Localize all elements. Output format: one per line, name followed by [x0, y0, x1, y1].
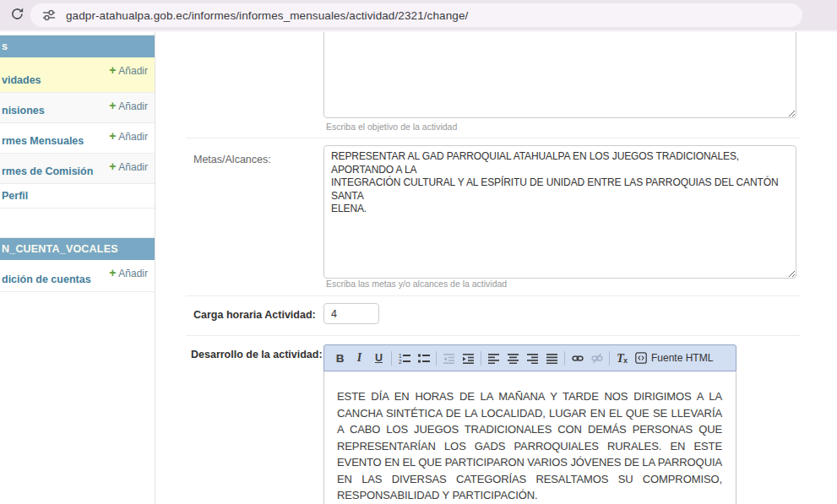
sidebar-module-informes-mensuales: s vidades +Añadir nisiones +Añadir rmes … [0, 35, 155, 209]
add-actividad-link[interactable]: +Añadir [109, 63, 148, 77]
page: gadpr-atahualpa.gob.ec/informes/informes… [0, 0, 837, 504]
align-right-icon [527, 353, 538, 364]
unlink-icon [591, 353, 603, 364]
bulleted-list-icon [418, 353, 430, 364]
metas-label: Metas/Alcances: [193, 154, 271, 165]
carga-horaria-input[interactable] [323, 303, 379, 324]
plus-icon: + [109, 160, 116, 173]
plus-icon: + [109, 266, 116, 279]
link-button[interactable] [568, 348, 587, 368]
sidebar-item-comisiones[interactable]: nisiones [2, 105, 45, 117]
justify-button[interactable] [542, 348, 562, 368]
align-left-button[interactable] [484, 348, 503, 368]
align-center-button[interactable] [503, 348, 523, 368]
toolbar-bottom-edge [0, 30, 837, 32]
address-bar[interactable]: gadpr-atahualpa.gob.ec/informes/informes… [30, 3, 802, 27]
sidebar-module-header: s [0, 35, 155, 57]
toolbar-separator [391, 351, 392, 366]
source-html-icon [635, 352, 647, 364]
align-left-icon [488, 353, 499, 364]
numbered-list-icon: 12 [399, 353, 410, 364]
add-comision-link[interactable]: +Añadir [109, 99, 148, 112]
editor-content-area[interactable]: ESTE DÍA EN HORAS DE LA MAÑANA Y TARDE N… [323, 371, 736, 504]
add-informe-comision-link[interactable]: +Añadir [109, 160, 148, 173]
source-html-button[interactable]: Fuente HTML [632, 348, 716, 368]
objetivo-textarea[interactable] [323, 32, 796, 118]
sidebar-row-informes-comision: rmes de Comisión +Añadir [0, 154, 155, 184]
desarrollo-paragraph: ESTE DÍA EN HORAS DE LA MAÑANA Y TARDE N… [337, 388, 722, 504]
bulleted-list-button[interactable] [414, 348, 433, 368]
objetivo-help-text: Escriba el objetivo de la actividad [326, 122, 457, 132]
metas-textarea[interactable]: REPRESENTAR AL GAD PARROQUIAL ATAHUALPA … [323, 145, 796, 279]
toolbar-separator [609, 351, 610, 366]
change-form: Escriba el objetivo de la actividad Meta… [155, 32, 837, 504]
sidebar-module-header-label: N_CUENTA_VOCALES [2, 243, 118, 255]
rich-text-editor: B I U 12 [323, 344, 736, 504]
desarrollo-label: Desarrollo de la actividad: [191, 349, 323, 360]
sidebar-module-header: N_CUENTA_VOCALES [0, 238, 155, 260]
form-row-divider [186, 335, 801, 336]
increase-indent-button[interactable] [459, 348, 478, 368]
source-html-label: Fuente HTML [651, 352, 713, 364]
sidebar-row-actividades: vidades +Añadir [0, 57, 155, 93]
sidebar-row-comisiones: nisiones +Añadir [0, 93, 155, 123]
sidebar-row-perfil: Perfil [0, 184, 155, 209]
justify-icon [546, 353, 557, 364]
remove-format-button[interactable]: Tx [612, 348, 632, 368]
toolbar-separator [481, 351, 481, 366]
plus-icon: + [109, 63, 116, 77]
decrease-indent-icon [443, 353, 454, 364]
browser-toolbar: gadpr-atahualpa.gob.ec/informes/informes… [0, 0, 837, 30]
url-text[interactable]: gadpr-atahualpa.gob.ec/informes/informes… [66, 9, 468, 22]
reload-icon [10, 7, 24, 24]
align-right-button[interactable] [523, 348, 542, 368]
add-informe-mensual-link[interactable]: +Añadir [109, 129, 148, 143]
toolbar-separator [564, 351, 565, 366]
sidebar-module-header-label: s [2, 41, 8, 52]
reload-button[interactable] [7, 5, 27, 25]
underline-button[interactable]: U [369, 348, 389, 368]
svg-text:2: 2 [399, 359, 402, 364]
sidebar-item-actividades[interactable]: vidades [2, 74, 41, 86]
sidebar-row-rendicion-cuentas: dición de cuentas +Añadir [0, 260, 155, 292]
numbered-list-button[interactable]: 12 [394, 348, 414, 368]
bold-button[interactable]: B [330, 348, 350, 368]
align-center-icon [508, 353, 519, 364]
form-row-divider [186, 295, 801, 296]
sidebar-row-informes-mensuales: rmes Mensuales +Añadir [0, 123, 155, 154]
link-icon [572, 353, 584, 364]
italic-button[interactable]: I [350, 348, 369, 368]
sidebar-module-rendicion-cuenta-vocales: N_CUENTA_VOCALES dición de cuentas +Añad… [0, 237, 155, 292]
editor-toolbar: B I U 12 [323, 344, 736, 371]
toolbar-separator [436, 351, 437, 366]
form-row-divider [186, 138, 801, 138]
sidebar-item-perfil[interactable]: Perfil [2, 190, 28, 202]
sidebar-item-informes-mensuales[interactable]: rmes Mensuales [2, 135, 84, 147]
unlink-button[interactable] [587, 348, 606, 368]
metas-help-text: Escriba las metas y/o alcances de la act… [326, 279, 507, 289]
svg-text:1: 1 [399, 353, 402, 359]
sidebar-item-informes-comision[interactable]: rmes de Comisión [2, 165, 93, 177]
site-settings-icon[interactable] [42, 8, 56, 22]
increase-indent-icon [463, 353, 474, 364]
sidebar-item-rendicion-cuentas[interactable]: dición de cuentas [2, 274, 91, 285]
sidebar: s vidades +Añadir nisiones +Añadir rmes … [0, 32, 155, 504]
plus-icon: + [109, 99, 116, 112]
decrease-indent-button[interactable] [439, 348, 459, 368]
carga-horaria-label: Carga horaria Actividad: [193, 309, 316, 321]
add-rendicion-link[interactable]: +Añadir [109, 266, 148, 279]
plus-icon: + [109, 129, 116, 143]
